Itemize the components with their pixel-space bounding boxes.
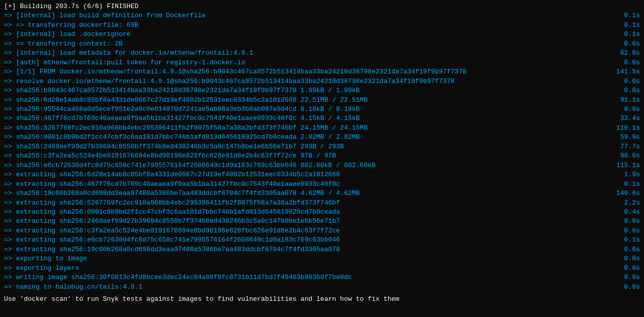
terminal-window: [+] Building 203.7s (6/6) FINISHED=> [in… — [0, 0, 644, 317]
line-text: => extracting sha256:e6cb72630d4fc8d75c6… — [4, 235, 610, 245]
line-duration: 0.0s — [610, 273, 640, 282]
line-text: => extracting sha256:6d28e14ab8c85bf8a43… — [4, 170, 610, 179]
line-text: => extracting sha256:5267769fc2ec910a968… — [4, 199, 610, 208]
terminal-line: => [1/1] FROM docker.io/mthenw/frontail:… — [3, 67, 641, 76]
line-duration: 77.7s — [610, 142, 640, 151]
line-text: => sha256:b9043c467ca8572b513414baa33ba2… — [4, 86, 610, 95]
terminal-line: => [internal] load build definition from… — [3, 11, 641, 20]
terminal-line: => sha256:2469aef99d27b39694c8550b7f374b… — [3, 142, 641, 151]
line-duration: 0.1s — [610, 30, 640, 39]
line-text: => [internal] load .dockerignore — [4, 30, 610, 39]
terminal-line: => exporting to image0.0s — [3, 254, 641, 263]
line-text: => extracting sha256:0001c8b9bd2f1cc47cb… — [4, 208, 610, 217]
terminal-line: => sha256:19c00b268a0cd698dd3eaa97480a53… — [3, 189, 641, 198]
terminal-line: => sha256:0001c8b9bd2f1cc47cbf3c6aa101d7… — [3, 133, 641, 142]
line-duration: 0.0s — [610, 264, 640, 273]
terminal-line: => [auth] mthenw/frontail:pull token for… — [3, 58, 641, 67]
line-text: => sha256:5267769fc2ec910a968bb4ebc29539… — [4, 124, 610, 133]
line-duration: 115.1s — [610, 161, 640, 170]
line-duration: 0.0s — [610, 105, 640, 114]
terminal-line: => extracting sha256:19c00b268a0cd698dd3… — [3, 245, 641, 254]
line-text: => extracting sha256:19c00b268a0cd698dd3… — [4, 245, 610, 254]
terminal-line: => extracting sha256:467f76cd7b769c40aea… — [3, 180, 641, 189]
line-duration: 0.0s — [610, 226, 640, 235]
line-text: => sha256:19c00b268a0cd698dd3eaa97480a53… — [4, 189, 610, 198]
line-duration: 0.0s — [610, 217, 640, 226]
terminal-line: => extracting sha256:0001c8b9bd2f1cc47cb… — [3, 208, 641, 217]
line-text: => extracting sha256:c3fa2ea5c524e4be019… — [4, 226, 610, 235]
line-text: => sha256:c3fa2ea5c524e4be0191676694e8bd… — [4, 151, 610, 161]
line-duration: 0.0s — [610, 86, 640, 95]
line-text: => [internal] load metadata for docker.i… — [4, 49, 610, 58]
line-duration: 0.4s — [610, 208, 640, 217]
terminal-line: => sha256:6d28e14ab8c85bf8a4331de0667c27… — [3, 96, 641, 105]
line-duration: 110.1s — [610, 124, 640, 133]
line-text: => extracting sha256:467f76cd7b769c40aea… — [4, 180, 610, 189]
line-text: => sha256:0001c8b9bd2f1cc47cbf3c6aa101d7… — [4, 133, 610, 142]
terminal-line: => resolve docker.io/mthenw/frontail:4.9… — [3, 77, 641, 86]
line-duration: 0.1s — [610, 11, 640, 20]
terminal-line: => sha256:467f76cd7b769c40aeaea9f9aa5b1b… — [3, 114, 641, 123]
line-text: => naming to halobug.cn/tails:4.9.1 — [4, 283, 610, 292]
line-duration: 141.5s — [610, 67, 640, 76]
terminal-line: [+] Building 203.7s (6/6) FINISHED — [3, 2, 641, 11]
terminal-line: => extracting sha256:5267769fc2ec910a968… — [3, 199, 641, 208]
line-duration: 0.0s — [610, 283, 640, 292]
terminal-line: => naming to halobug.cn/tails:4.9.10.0s — [3, 283, 641, 292]
terminal-line: => sha256:e6cb72630d4fc8d75c658c741e7995… — [3, 161, 641, 170]
terminal-line: => extracting sha256:2469aef99d27b39694c… — [3, 217, 641, 226]
line-text: [+] Building 203.7s (6/6) FINISHED — [4, 2, 640, 11]
line-text: => sha256:e6cb72630d4fc8d75c658c741e7995… — [4, 161, 610, 170]
line-duration: 91.1s — [610, 96, 640, 105]
terminal-line: => [internal] load .dockerignore0.1s — [3, 30, 641, 39]
line-duration: 59.9s — [610, 133, 640, 142]
line-text: => sha256:2469aef99d27b39694c8550b7f374b… — [4, 142, 610, 151]
terminal-line: => sha256:c3fa2ea5c524e4be0191676694e8bd… — [3, 151, 641, 161]
terminal-line: => sha256:95544ca468a0d5ecef951e2a0c0e61… — [3, 105, 641, 114]
line-duration: 0.1s — [610, 21, 640, 30]
line-duration: 62.0s — [610, 49, 640, 58]
line-text: => [1/1] FROM docker.io/mthenw/frontail:… — [4, 67, 610, 76]
line-text: => writing image sha256:30f0813c4fd8bcee… — [4, 273, 610, 282]
terminal-line: => extracting sha256:e6cb72630d4fc8d75c6… — [3, 235, 641, 245]
line-duration: 140.6s — [610, 189, 640, 198]
line-text: => extracting sha256:2469aef99d27b39694c… — [4, 217, 610, 226]
terminal-line: => extracting sha256:6d28e14ab8c85bf8a43… — [3, 170, 641, 179]
terminal-line: => => transferring dockerfile: 69B0.1s — [3, 21, 641, 30]
terminal-line: => => transferring context: 2B0.0s — [3, 39, 641, 49]
terminal-line: => sha256:b9043c467ca8572b513414baa33ba2… — [3, 86, 641, 95]
line-text: => resolve docker.io/mthenw/frontail:4.9… — [4, 77, 610, 86]
line-duration: 33.4s — [610, 114, 640, 123]
line-duration: 0.0s — [610, 58, 640, 67]
terminal-line: => [internal] load metadata for docker.i… — [3, 49, 641, 58]
line-duration: 0.0s — [610, 39, 640, 49]
footer-text: Use 'docker scan' to run Snyk tests agai… — [3, 295, 641, 304]
line-text: => [internal] load build definition from… — [4, 11, 610, 20]
terminal-line: => sha256:5267769fc2ec910a968bb4ebc29539… — [3, 124, 641, 133]
line-duration: 98.0s — [610, 151, 640, 161]
line-duration: 0.0s — [610, 77, 640, 86]
line-text: => exporting to image — [4, 254, 610, 263]
line-duration: 2.2s — [610, 199, 640, 208]
line-text: => sha256:6d28e14ab8c85bf8a4331de0667c27… — [4, 96, 610, 105]
line-text: => => transferring dockerfile: 69B — [4, 21, 610, 30]
line-duration: 0.0s — [610, 254, 640, 263]
terminal-line: => extracting sha256:c3fa2ea5c524e4be019… — [3, 226, 641, 235]
line-duration: 1.9s — [610, 170, 640, 179]
line-text: => [auth] mthenw/frontail:pull token for… — [4, 58, 610, 67]
line-duration: 0.6s — [610, 245, 640, 254]
line-duration: 0.1s — [610, 180, 640, 189]
line-text: => => transferring context: 2B — [4, 39, 610, 49]
line-duration: 0.1s — [610, 235, 640, 245]
terminal-line: => writing image sha256:30f0813c4fd8bcee… — [3, 273, 641, 282]
line-text: => exporting layers — [4, 264, 610, 273]
terminal-line: => exporting layers0.0s — [3, 264, 641, 273]
line-text: => sha256:95544ca468a0d5ecef951e2a0c0e61… — [4, 105, 610, 114]
line-text: => sha256:467f76cd7b769c40aeaea9f9aa5b1b… — [4, 114, 610, 123]
